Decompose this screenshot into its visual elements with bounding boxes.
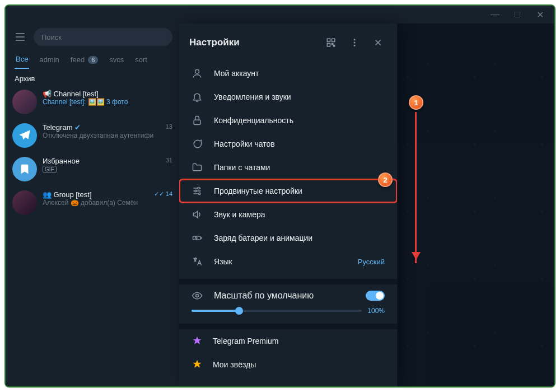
settings-item-label: Мои звёзды	[213, 360, 256, 369]
svg-point-6	[354, 42, 356, 44]
chat-sidebar: Поиск Все admin feed6 svcs sort Архив 📢 …	[6, 24, 179, 386]
settings-list: Мой аккаунт Уведомления и звуки Конфиден…	[179, 59, 397, 279]
chat-title: 👥 Group [test]	[43, 190, 172, 199]
settings-item-battery[interactable]: Заряд батареи и анимации	[179, 226, 397, 250]
scale-slider[interactable]	[192, 310, 362, 312]
svg-point-12	[199, 193, 200, 194]
qr-icon[interactable]	[322, 34, 340, 52]
settings-item-value: Русский	[358, 258, 385, 266]
chat-row[interactable]: Telegram ✔ Отключена двухэтапная аутенти…	[6, 119, 179, 152]
archive-label: Архив	[6, 69, 179, 85]
tab-badge: 6	[88, 56, 98, 64]
chat-date: ✓✓ 14	[154, 190, 172, 198]
settings-item-sound-camera[interactable]: Звук и камера	[179, 203, 397, 226]
slider-thumb[interactable]	[235, 307, 243, 315]
speaker-icon	[192, 209, 203, 220]
stars-icon	[192, 359, 203, 370]
settings-item-label: Звук и камера	[214, 210, 265, 219]
hamburger-menu-icon[interactable]	[12, 29, 28, 45]
svg-point-14	[196, 295, 199, 297]
battery-icon	[192, 232, 203, 244]
chat-row[interactable]: Избранное GIF 31	[6, 152, 179, 186]
settings-item-label: Настройки чатов	[214, 139, 275, 148]
svg-rect-2	[327, 44, 330, 46]
settings-item-label: Заряд батареи и анимации	[214, 234, 312, 242]
chat-subtitle: Алексей 🎃 добавил(а) Семён	[43, 199, 172, 207]
lock-icon	[192, 115, 203, 126]
svg-point-10	[198, 187, 199, 189]
language-icon	[192, 256, 203, 267]
folder-icon	[192, 162, 203, 173]
tab-all[interactable]: Все	[15, 52, 29, 69]
chat-date: 31	[166, 157, 172, 164]
window-maximize-button[interactable]: □	[507, 8, 528, 21]
settings-item-label: Telegram Premium	[213, 337, 278, 346]
svg-rect-3	[332, 44, 333, 45]
svg-point-11	[195, 190, 197, 192]
account-icon	[192, 68, 203, 79]
settings-title: Настройки	[189, 37, 316, 48]
window-minimize-button[interactable]: —	[485, 8, 505, 21]
settings-item-folders[interactable]: Папки с чатами	[179, 156, 397, 179]
svg-point-8	[195, 69, 199, 73]
svg-point-7	[354, 45, 356, 46]
svg-rect-9	[194, 120, 200, 124]
settings-item-language[interactable]: Язык Русский	[179, 250, 397, 273]
tab-svcs[interactable]: svcs	[108, 52, 125, 69]
chat-icon	[192, 138, 203, 150]
avatar	[12, 90, 37, 114]
tab-feed[interactable]: feed6	[69, 52, 99, 69]
tab-admin[interactable]: admin	[38, 52, 60, 69]
settings-item-label: Папки с чатами	[214, 163, 270, 172]
settings-item-label: Мой аккаунт	[214, 69, 259, 78]
settings-item-label: Язык	[214, 257, 232, 266]
annotation-arrow	[415, 112, 417, 263]
svg-point-5	[354, 39, 356, 40]
search-input[interactable]: Поиск	[34, 28, 172, 46]
settings-item-label: Продвинутые настройки	[214, 186, 302, 195]
gif-badge-icon: GIF	[43, 166, 57, 173]
settings-item-label: Конфиденциальность	[214, 116, 293, 125]
scale-toggle[interactable]	[366, 291, 385, 301]
svg-rect-4	[334, 45, 335, 46]
chat-date: 13	[166, 123, 172, 130]
eye-icon	[192, 290, 203, 301]
close-icon[interactable]	[369, 34, 387, 52]
settings-item-stars[interactable]: Мои звёзды	[179, 353, 397, 376]
scale-label: Масштаб по умолчанию	[214, 291, 314, 301]
divider	[179, 279, 397, 284]
settings-scale-row: Масштаб по умолчанию	[179, 284, 397, 304]
chat-subtitle: Отключена двухэтапная аутентифи	[43, 132, 172, 139]
svg-rect-0	[327, 39, 330, 41]
settings-item-chats[interactable]: Настройки чатов	[179, 132, 397, 156]
chat-title: Избранное	[43, 157, 172, 165]
svg-rect-1	[332, 39, 335, 41]
settings-item-label: Уведомления и звуки	[214, 92, 291, 101]
tab-sort[interactable]: sort	[134, 52, 148, 69]
sliders-icon	[192, 185, 203, 197]
settings-item-privacy[interactable]: Конфиденциальность	[179, 109, 397, 132]
settings-item-notifications[interactable]: Уведомления и звуки	[179, 85, 397, 109]
chat-title: 📢 Channel [test]	[43, 90, 172, 98]
annotation-badge-1: 1	[409, 95, 423, 110]
app-frame: — □ ✕ Поиск Все admin feed6 svcs sort Ар…	[4, 4, 556, 388]
settings-item-premium[interactable]: Telegram Premium	[179, 329, 397, 353]
settings-item-account[interactable]: Мой аккаунт	[179, 62, 397, 85]
scale-value: 100%	[367, 307, 385, 315]
avatar	[12, 123, 37, 148]
chat-subtitle: GIF	[43, 165, 172, 173]
chat-row[interactable]: 📢 Channel [test] Channel [test]: 🖼️🖼️ 3 …	[6, 85, 179, 119]
chat-subtitle: Channel [test]: 🖼️🖼️ 3 фото	[43, 98, 172, 106]
titlebar: — □ ✕	[6, 6, 554, 24]
avatar	[12, 157, 37, 181]
settings-item-advanced[interactable]: Продвинутые настройки 2	[179, 179, 397, 203]
chat-row[interactable]: 👥 Group [test] Алексей 🎃 добавил(а) Семё…	[6, 186, 179, 220]
avatar	[12, 190, 37, 215]
chat-title: Telegram ✔	[43, 123, 172, 132]
more-icon[interactable]	[346, 34, 363, 52]
settings-panel: Настройки Мой аккаунт Уведомления и звук…	[179, 24, 398, 386]
verified-icon: ✔	[74, 123, 81, 132]
window-close-button[interactable]: ✕	[530, 8, 550, 21]
divider	[179, 324, 397, 329]
bell-icon	[192, 91, 203, 102]
